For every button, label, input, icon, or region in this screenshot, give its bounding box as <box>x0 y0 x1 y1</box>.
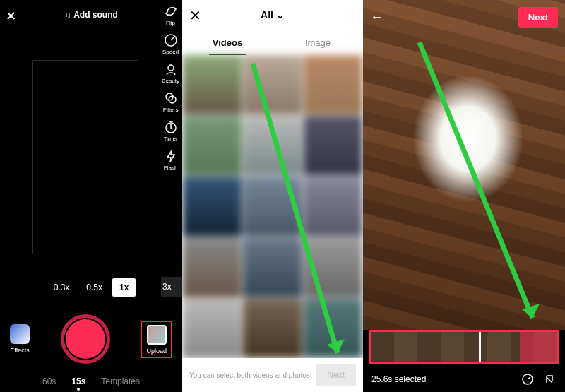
media-thumbnail[interactable] <box>182 299 242 358</box>
record-button[interactable] <box>61 314 110 364</box>
timeline-frame <box>417 332 441 362</box>
rotate-icon[interactable] <box>544 373 557 386</box>
tab-image[interactable]: Image <box>273 30 363 55</box>
upload-thumbnail-icon <box>147 325 167 345</box>
camera-modes: 60s 15s Templates <box>0 376 182 386</box>
trim-tools <box>521 373 557 386</box>
video-preview <box>363 0 565 330</box>
mode-60s[interactable]: 60s <box>42 376 56 386</box>
camera-bottom-bar: Effects Upload <box>0 314 182 364</box>
next-button[interactable]: Next <box>316 364 356 386</box>
speed-icon <box>164 33 178 47</box>
media-thumbnail[interactable] <box>243 55 302 114</box>
media-thumbnail[interactable] <box>182 55 242 114</box>
trim-bottom-bar: 25.6s selected <box>363 367 565 392</box>
zoom-0-5x[interactable]: 0.5x <box>79 278 109 297</box>
media-thumbnail[interactable] <box>243 299 302 358</box>
flip-button[interactable]: Flip <box>164 4 178 26</box>
effects-label: Effects <box>10 347 29 354</box>
timeline-frame <box>371 332 394 362</box>
trim-timeline[interactable] <box>369 330 559 364</box>
zoom-1x[interactable]: 1x <box>112 278 136 297</box>
media-thumbnail[interactable] <box>304 299 363 358</box>
trim-screen: ← Next 25.6s selected <box>363 0 565 392</box>
picker-top-bar: ✕ All ⌄ <box>182 0 363 30</box>
trim-handle[interactable] <box>479 332 481 362</box>
media-picker-screen: ✕ All ⌄ Videos Image You can select both… <box>182 0 363 392</box>
flash-label: Flash <box>164 165 178 171</box>
flip-label: Flip <box>166 20 175 26</box>
media-thumbnail[interactable] <box>243 238 302 297</box>
beauty-label: Beauty <box>162 78 179 84</box>
beauty-icon <box>164 62 178 76</box>
next-button[interactable]: Next <box>518 7 558 28</box>
picker-hint: You can select both videos and photos <box>189 372 310 379</box>
svg-point-1 <box>168 65 174 71</box>
effects-icon <box>10 324 30 344</box>
close-icon[interactable]: ✕ <box>189 7 201 24</box>
speed-label: Speed <box>162 49 179 55</box>
viewfinder <box>32 60 138 254</box>
timeline-frame <box>441 332 464 362</box>
timer-button[interactable]: Timer <box>163 120 177 142</box>
media-grid[interactable] <box>182 55 363 358</box>
media-thumbnail[interactable] <box>243 177 302 236</box>
trim-excluded-region <box>520 332 557 362</box>
close-icon[interactable]: ✕ <box>6 8 16 24</box>
effects-button[interactable]: Effects <box>10 324 30 354</box>
zoom-picker: 0.3x 0.5x 1x <box>0 278 182 297</box>
speed-button[interactable]: Speed <box>162 33 179 55</box>
album-dropdown[interactable]: All ⌄ <box>261 9 285 20</box>
media-thumbnail[interactable] <box>182 238 242 297</box>
camera-screen: ✕ ♫ Add sound Flip Speed Beauty Filters … <box>0 0 182 392</box>
zoom-3x[interactable]: 3x <box>161 277 182 297</box>
timeline-frame <box>464 332 487 362</box>
picker-tabs: Videos Image <box>182 30 363 55</box>
chevron-down-icon: ⌄ <box>276 9 285 20</box>
music-note-icon: ♫ <box>64 10 71 20</box>
picker-footer: You can select both videos and photos Ne… <box>182 358 363 392</box>
media-thumbnail[interactable] <box>182 116 242 175</box>
speed-icon[interactable] <box>521 373 534 386</box>
flash-icon <box>164 149 178 163</box>
flip-icon <box>164 4 178 18</box>
filters-icon <box>164 91 178 105</box>
album-label: All <box>261 9 273 20</box>
media-thumbnail[interactable] <box>243 116 302 175</box>
back-icon[interactable]: ← <box>370 8 384 25</box>
mode-15s[interactable]: 15s <box>71 376 85 386</box>
upload-label: Upload <box>146 348 167 355</box>
tab-videos[interactable]: Videos <box>182 30 273 55</box>
media-thumbnail[interactable] <box>304 177 363 236</box>
media-thumbnail[interactable] <box>182 177 242 236</box>
record-icon <box>66 319 105 359</box>
timeline-frame <box>487 332 511 362</box>
beauty-button[interactable]: Beauty <box>162 62 179 84</box>
flash-button[interactable]: Flash <box>164 149 178 171</box>
upload-button[interactable]: Upload <box>141 321 172 358</box>
media-thumbnail[interactable] <box>304 116 363 175</box>
filters-button[interactable]: Filters <box>163 91 179 113</box>
timer-label: Timer <box>163 136 177 142</box>
duration-selected: 25.6s selected <box>371 374 426 384</box>
add-sound-label: Add sound <box>73 10 118 20</box>
mode-templates[interactable]: Templates <box>101 376 140 386</box>
camera-top-bar: ✕ ♫ Add sound <box>0 4 182 24</box>
filters-label: Filters <box>163 107 179 113</box>
camera-side-tools: Flip Speed Beauty Filters Timer Flash <box>162 4 179 171</box>
timeline-frame <box>394 332 417 362</box>
zoom-0-3x[interactable]: 0.3x <box>47 278 77 297</box>
timer-icon <box>164 120 178 134</box>
media-thumbnail[interactable] <box>304 55 363 114</box>
media-thumbnail[interactable] <box>304 238 363 297</box>
add-sound-button[interactable]: ♫ Add sound <box>64 10 118 20</box>
